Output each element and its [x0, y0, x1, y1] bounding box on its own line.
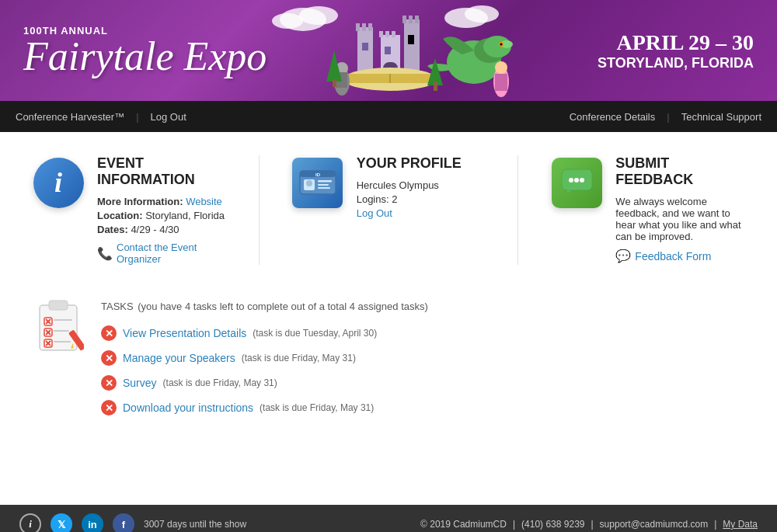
website-link[interactable]: Website [186, 196, 222, 207]
svg-point-5 [465, 5, 499, 23]
footer-right: © 2019 CadmiumCD | (410) 638 9239 | supp… [420, 519, 758, 530]
svg-rect-13 [409, 16, 413, 23]
technical-support-link[interactable]: Technical Support [681, 111, 761, 123]
footer-linkedin-icon[interactable]: in [82, 513, 103, 532]
svg-point-2 [299, 6, 338, 25]
svg-rect-17 [392, 31, 395, 37]
svg-rect-40 [434, 82, 437, 91]
profile-content: YOUR PROFILE Hercules Olympus Logins: 2 … [357, 155, 487, 221]
navbar-left: Conference Harvester™ | Log Out [16, 111, 186, 123]
phone-icon: 📞 [97, 246, 113, 261]
profile-logout-line: Log Out [357, 207, 487, 219]
svg-rect-20 [385, 47, 391, 54]
conference-details-link[interactable]: Conference Details [570, 111, 656, 123]
svg-rect-14 [415, 16, 419, 23]
tasks-title: TASKS (you have 4 tasks left to complete… [101, 296, 746, 314]
brand-link[interactable]: Conference Harvester™ [16, 111, 124, 123]
phone-contact: 📞 Contact the Event Organizer [97, 242, 228, 265]
profile-name: Hercules Olympus [357, 179, 487, 191]
svg-rect-69 [54, 341, 71, 342]
svg-rect-50 [318, 187, 330, 189]
event-info-content: EVENT INFORMATION More Information: Webs… [97, 155, 228, 265]
svg-rect-38 [333, 79, 336, 87]
more-info-line: More Information: Website [97, 196, 228, 207]
nav-divider-1: | [136, 111, 138, 123]
tasks-icon-wrapper [31, 296, 85, 354]
profile-logout-link[interactable]: Log Out [357, 207, 392, 219]
feedback-description: We always welcome feedback, and we want … [615, 196, 746, 242]
footer-phone: (410) 638 9239 [521, 519, 584, 530]
task-item-3: ✕ Download your instructions (task is du… [101, 400, 746, 416]
footer-info-icon[interactable]: i [19, 513, 41, 532]
tasks-content: TASKS (you have 4 tasks left to complete… [101, 296, 746, 425]
svg-point-30 [500, 43, 503, 46]
task-link-1[interactable]: Manage your Speakers [123, 352, 235, 364]
profile-panel: ID YOUR PROFILE Hercules Olympus Logins: [291, 155, 487, 221]
dates-line: Dates: 4/29 - 4/30 [97, 224, 228, 235]
footer-facebook-icon[interactable]: f [113, 513, 134, 532]
feedback-bubble-icon [552, 158, 602, 208]
svg-point-32 [495, 61, 507, 74]
main-content: i EVENT INFORMATION More Information: We… [0, 132, 777, 505]
task-item-1: ✕ Manage your Speakers (task is due Frid… [101, 350, 746, 366]
svg-rect-49 [318, 184, 329, 186]
location-label: Location: [97, 210, 143, 221]
footer-left: i 𝕏 in f 3007 days until the show [19, 513, 246, 532]
svg-rect-9 [356, 23, 360, 31]
svg-rect-10 [362, 23, 366, 31]
svg-rect-19 [408, 35, 414, 44]
banner-illustration [256, 0, 521, 101]
task-due-3: (task is due Friday, May 31) [260, 402, 374, 413]
event-info-icon-wrapper: i [31, 155, 85, 210]
profile-icon-wrapper: ID [291, 155, 345, 210]
task-x-icon-1: ✕ [101, 350, 117, 366]
task-link-2[interactable]: Survey [123, 377, 157, 389]
panel-divider-2 [517, 155, 518, 265]
tasks-section: TASKS (you have 4 tasks left to complete… [31, 296, 746, 425]
location-value: Storyland, Florida [145, 210, 225, 221]
feedback-title: SUBMIT FEEDBACK [615, 155, 746, 188]
feedback-link-wrapper: 💬 Feedback Form [615, 249, 746, 263]
svg-rect-33 [495, 74, 507, 91]
logins-label: Logins: [357, 193, 389, 205]
svg-rect-48 [318, 180, 332, 183]
panel-divider-1 [259, 155, 260, 265]
svg-rect-16 [385, 31, 389, 37]
svg-rect-7 [404, 19, 420, 74]
svg-rect-61 [54, 319, 72, 321]
event-info-panel: i EVENT INFORMATION More Information: We… [31, 155, 228, 265]
task-x-icon-2: ✕ [101, 375, 117, 391]
svg-rect-11 [368, 23, 372, 31]
footer-my-data-link[interactable]: My Data [723, 519, 758, 530]
contact-organizer-link[interactable]: Contact the Event Organizer [117, 242, 228, 265]
footer-countdown: 3007 days until the show [144, 519, 246, 530]
footer: i 𝕏 in f 3007 days until the show © 2019… [0, 505, 777, 532]
footer-email: support@cadmiumcd.com [600, 519, 709, 530]
info-icon: i [33, 158, 84, 208]
banner-title: Fairytale Expo [23, 37, 267, 77]
banner-right: APRIL 29 – 30 STORYLAND, FLORIDA [598, 30, 754, 71]
navbar: Conference Harvester™ | Log Out Conferen… [0, 101, 777, 132]
banner-location: STORYLAND, FLORIDA [598, 55, 754, 71]
feedback-content: SUBMIT FEEDBACK We always welcome feedba… [615, 155, 746, 263]
nav-logout[interactable]: Log Out [151, 111, 186, 123]
dates-label: Dates: [97, 224, 128, 235]
task-link-0[interactable]: View Presentation Details [123, 327, 246, 339]
id-card-icon: ID [292, 158, 343, 208]
footer-twitter-icon[interactable]: 𝕏 [51, 513, 72, 532]
navbar-right: Conference Details | Technical Support [570, 111, 761, 123]
header-banner: 100TH ANNUAL Fairytale Expo [0, 0, 777, 101]
task-link-3[interactable]: Download your instructions [123, 402, 253, 414]
info-panels: i EVENT INFORMATION More Information: We… [31, 155, 746, 265]
logins-value: 2 [392, 193, 397, 205]
task-due-2: (task is due Friday, May 31) [163, 377, 277, 388]
feedback-form-link[interactable]: Feedback Form [635, 250, 711, 263]
feedback-panel: SUBMIT FEEDBACK We always welcome feedba… [549, 155, 746, 263]
event-info-title: EVENT INFORMATION [97, 155, 228, 188]
logins-line: Logins: 2 [357, 193, 487, 205]
castle-illustration [256, 4, 521, 101]
svg-rect-65 [54, 330, 69, 332]
tasks-label: TASKS [101, 301, 134, 312]
more-info-label: More Information: [97, 196, 183, 207]
feedback-icon-wrapper [549, 155, 604, 210]
